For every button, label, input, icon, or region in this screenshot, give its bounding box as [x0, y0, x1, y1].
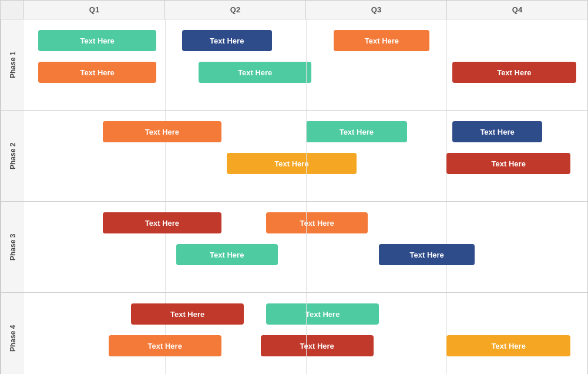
quarter-headers: Q1Q2Q3Q4 — [24, 1, 587, 19]
phase-row-2: Phase 2Text HereText HereText HereText H… — [1, 111, 587, 202]
task-bar-p1-3[interactable]: Text Here — [334, 30, 429, 51]
phase-row-4: Phase 4Text HereText HereText HereText H… — [1, 293, 587, 374]
quarter-header-q1: Q1 — [24, 1, 165, 19]
task-bar-p1-5[interactable]: Text Here — [199, 62, 311, 83]
phase-label-3: Phase 3 — [1, 202, 24, 292]
phase-content-1: Text HereText HereText HereText HereText… — [24, 19, 587, 110]
task-bar-p1-2[interactable]: Text Here — [182, 30, 272, 51]
header-row: Q1Q2Q3Q4 — [1, 1, 587, 19]
quarter-header-q4: Q4 — [447, 1, 587, 19]
task-bar-p1-1[interactable]: Text Here — [38, 30, 156, 51]
label-header-spacer — [1, 1, 24, 19]
phase-content-2: Text HereText HereText HereText HereText… — [24, 111, 587, 201]
gantt-chart: Q1Q2Q3Q4 Phase 1Text HereText HereText H… — [0, 0, 588, 374]
phase-label-4: Phase 4 — [1, 293, 24, 374]
phase-content-4: Text HereText HereText HereText HereText… — [24, 293, 587, 374]
task-bar-p2-1[interactable]: Text Here — [103, 121, 221, 142]
task-bar-p3-2[interactable]: Text Here — [266, 212, 368, 233]
task-bar-p4-1[interactable]: Text Here — [131, 303, 244, 325]
task-bar-p4-4[interactable]: Text Here — [261, 335, 374, 356]
task-bar-p4-3[interactable]: Text Here — [109, 335, 221, 356]
task-bar-p3-1[interactable]: Text Here — [103, 212, 221, 233]
task-bar-p3-3[interactable]: Text Here — [176, 244, 278, 265]
phase-content-3: Text HereText HereText HereText Here — [24, 202, 587, 292]
quarter-header-q2: Q2 — [165, 1, 306, 19]
phase-row-3: Phase 3Text HereText HereText HereText H… — [1, 202, 587, 293]
quarter-header-q3: Q3 — [306, 1, 447, 19]
phase-label-1: Phase 1 — [1, 19, 24, 110]
task-bar-p1-6[interactable]: Text Here — [452, 62, 576, 83]
task-bar-p4-5[interactable]: Text Here — [446, 335, 570, 356]
task-bar-p2-4[interactable]: Text Here — [227, 153, 357, 174]
grid-line-75 — [446, 19, 447, 110]
grid-line-75 — [446, 293, 447, 374]
task-bar-p1-4[interactable]: Text Here — [38, 62, 156, 83]
task-bar-p2-3[interactable]: Text Here — [452, 121, 542, 142]
phase-row-1: Phase 1Text HereText HereText HereText H… — [1, 19, 587, 111]
phase-label-2: Phase 2 — [1, 111, 24, 201]
task-bar-p3-4[interactable]: Text Here — [379, 244, 475, 265]
task-bar-p4-2[interactable]: Text Here — [266, 303, 379, 325]
task-bar-p2-2[interactable]: Text Here — [306, 121, 408, 142]
task-bar-p2-5[interactable]: Text Here — [446, 153, 570, 174]
